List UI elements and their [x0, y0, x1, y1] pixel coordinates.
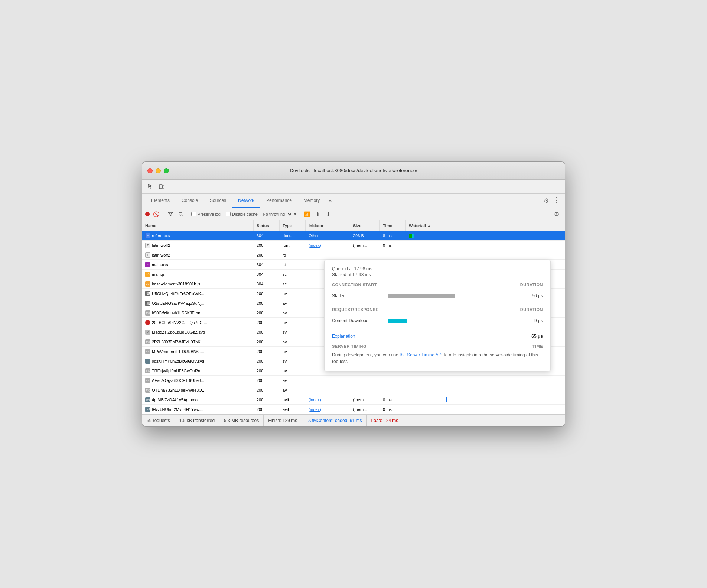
td-name: avif lHvzbNUlrm2Mvd4H1Ywc....	[142, 405, 254, 414]
traffic-lights	[147, 168, 169, 173]
image-icon: img	[145, 368, 150, 373]
more-options-icon[interactable]: ⋮	[551, 196, 562, 206]
upload-icon[interactable]: ⬆	[314, 210, 322, 218]
waterfall-bar-blue	[439, 243, 439, 248]
waterfall-bar-green	[409, 234, 412, 238]
tab-elements[interactable]: Elements	[145, 194, 176, 208]
th-time[interactable]: Time	[380, 220, 406, 231]
tab-network[interactable]: Network	[232, 194, 260, 208]
td-waterfall	[406, 385, 565, 395]
net-divider-3	[300, 211, 300, 218]
preserve-log-checkbox[interactable]: Preserve log	[191, 212, 221, 216]
td-status: 200	[254, 308, 280, 317]
td-status: 200	[254, 241, 280, 250]
clear-button[interactable]: 🚫	[152, 210, 160, 218]
table-row[interactable]: T latin.woff2 200 font (index) (mem... 0…	[142, 241, 565, 250]
network-settings-icon[interactable]: ⚙	[551, 209, 562, 219]
maximize-button[interactable]	[164, 168, 169, 173]
inspect-element-button[interactable]	[145, 182, 156, 192]
table-row[interactable]: img QTDnaY32hLDipeRW8e3O... 200 av	[142, 385, 565, 395]
th-type[interactable]: Type	[280, 220, 306, 231]
table-row[interactable]: T latin.woff2 200 fo Queued at 17.98 ms …	[142, 250, 565, 260]
disable-cache-checkbox[interactable]: Disable cache	[226, 212, 258, 216]
timing-stalled-label: Stalled	[332, 293, 384, 298]
th-waterfall[interactable]: Waterfall	[406, 220, 565, 231]
timing-connection-header: Connection Start DURATION	[332, 282, 543, 288]
image-icon: img	[145, 339, 150, 344]
td-waterfall	[406, 395, 565, 404]
td-status: 200	[254, 250, 280, 259]
settings-icon[interactable]: ⚙	[541, 196, 551, 206]
search-button[interactable]	[177, 210, 185, 218]
table-row[interactable]: ≡ reference/ 304 docu... Other 296 B 8 m…	[142, 231, 565, 241]
th-size[interactable]: Size	[350, 220, 380, 231]
timing-total-row: Explanation 65 μs	[332, 332, 543, 339]
timing-stalled-bar	[388, 294, 520, 298]
close-button[interactable]	[147, 168, 153, 173]
svg-icon: ⊘	[145, 330, 150, 335]
tab-bar: Elements Console Sources Network Perform…	[142, 194, 565, 208]
td-name: img QTDnaY32hLDipeRW8e3O...	[142, 385, 254, 395]
td-status: 200	[254, 366, 280, 375]
document-icon: ≡	[145, 233, 150, 238]
avif-icon: avif	[145, 407, 150, 412]
td-status: 304	[254, 279, 280, 288]
timing-total-divider	[332, 329, 543, 329]
timing-divider	[332, 304, 543, 304]
svg-line-3	[182, 215, 183, 216]
server-timing-api-link[interactable]: the Server Timing API	[400, 352, 443, 357]
tab-console[interactable]: Console	[176, 194, 204, 208]
td-size: 296 B	[350, 231, 380, 240]
tab-memory[interactable]: Memory	[298, 194, 326, 208]
th-name[interactable]: Name	[142, 220, 254, 231]
tab-sources[interactable]: Sources	[204, 194, 232, 208]
td-name: T latin.woff2	[142, 241, 254, 250]
tab-performance[interactable]: Performance	[260, 194, 298, 208]
td-initiator: Other	[306, 231, 350, 240]
image-icon: 🖼	[145, 291, 150, 296]
minimize-button[interactable]	[156, 168, 161, 173]
download-icon[interactable]: ⬇	[324, 210, 332, 218]
filter-button[interactable]	[166, 210, 175, 218]
td-name: JS base-element-3018901b.js	[142, 279, 254, 288]
table-row[interactable]: avif 4pIMBj7zOAk1y5Agmmoj.... 200 avif (…	[142, 395, 565, 405]
net-divider-1	[163, 211, 163, 218]
td-name: img AFacMOgv6D0CFTr6U5e8....	[142, 376, 254, 385]
table-row[interactable]: img AFacMOgv6D0CFTr6U5e8.... 200 av	[142, 376, 565, 385]
window-title: DevTools - localhost:8080/docs/devtools/…	[290, 168, 417, 173]
th-initiator[interactable]: Initiator	[306, 220, 350, 231]
image-icon: img	[145, 388, 150, 393]
timing-content-bar	[388, 318, 520, 323]
titlebar: DevTools - localhost:8080/docs/devtools/…	[142, 162, 565, 180]
more-tabs-button[interactable]: »	[326, 198, 335, 204]
td-time	[380, 250, 406, 259]
td-time	[380, 376, 406, 385]
td-type: st	[280, 260, 306, 269]
record-button[interactable]	[145, 212, 150, 216]
td-time: 0 ms	[380, 405, 406, 414]
net-divider-2	[188, 211, 188, 218]
td-type: av	[280, 376, 306, 385]
throttle-select[interactable]: No throttling	[260, 211, 293, 218]
timing-popup: Queued at 17.98 ms Started at 17.98 ms C…	[324, 260, 551, 371]
td-name: 🖼 U5OHzQL4tEKFr6OFlxWK....	[142, 289, 254, 298]
device-toolbar-button[interactable]	[156, 182, 167, 192]
td-time: 8 ms	[380, 231, 406, 240]
td-time: 0 ms	[380, 395, 406, 404]
font-icon: T	[145, 252, 150, 258]
td-status: 304	[254, 231, 280, 240]
devtools-window: DevTools - localhost:8080/docs/devtools/…	[142, 161, 565, 427]
td-type: fo	[280, 250, 306, 259]
explanation-link[interactable]: Explanation	[332, 334, 355, 339]
wifi-icon[interactable]: 📶	[303, 210, 312, 218]
th-status[interactable]: Status	[254, 220, 280, 231]
td-name: 🖼 O2slJEHG9avKV4aqzSx7.j...	[142, 298, 254, 308]
td-waterfall	[406, 241, 565, 250]
table-row[interactable]: avif lHvzbNUlrm2Mvd4H1Ywc.... 200 avif (…	[142, 405, 565, 414]
td-size	[350, 250, 380, 259]
resources-size: 5.3 MB resources	[219, 415, 264, 426]
td-type: av	[280, 298, 306, 308]
td-size: (mem...	[350, 405, 380, 414]
td-size	[350, 385, 380, 395]
td-type: avif	[280, 405, 306, 414]
